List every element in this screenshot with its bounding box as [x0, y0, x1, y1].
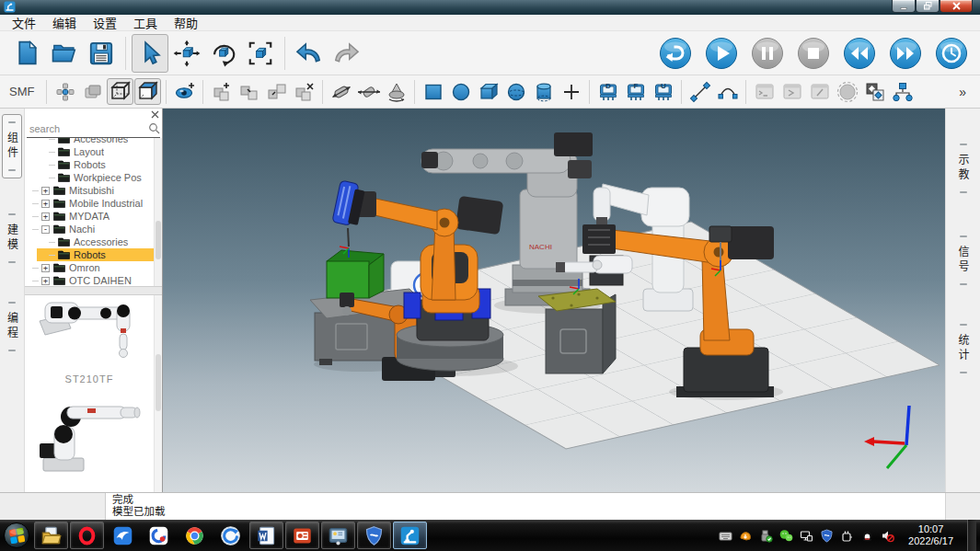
panel-splitter[interactable]	[25, 286, 162, 295]
tree-item[interactable]: +MYDATA	[25, 210, 154, 223]
tray-shield-icon[interactable]	[819, 528, 834, 543]
tree-expander[interactable]: +	[41, 264, 50, 272]
attach-component-button[interactable]	[236, 78, 262, 105]
taskbar-security-shield[interactable]	[357, 522, 391, 549]
minimize-button[interactable]	[892, 0, 916, 13]
scrollbar-thumb[interactable]	[156, 354, 161, 411]
usb-device-icon[interactable]	[758, 528, 773, 543]
sphere-primitive-button[interactable]	[502, 78, 529, 105]
network-display-icon[interactable]	[799, 528, 813, 543]
wireframe-view-button[interactable]	[107, 78, 133, 105]
tree-item[interactable]: -Nachi	[25, 223, 154, 235]
tree-item[interactable]: Robots	[25, 158, 154, 171]
tree-item[interactable]: Accessories	[25, 235, 154, 248]
hierarchy-tree-button[interactable]	[889, 78, 916, 105]
taskbar-thunder[interactable]	[106, 522, 140, 549]
menu-settings[interactable]: 设置	[85, 13, 125, 32]
stop-button[interactable]	[796, 36, 831, 71]
arc-tool-button[interactable]	[714, 78, 741, 105]
add-primitive-button[interactable]	[558, 78, 584, 105]
taskbar-display-tool[interactable]	[321, 522, 355, 549]
open-file-button[interactable]	[46, 34, 83, 73]
qq-icon[interactable]	[859, 528, 874, 543]
tree-expander[interactable]: +	[41, 187, 50, 195]
chip-f-button[interactable]: F	[622, 78, 649, 105]
plane-primitive-button[interactable]	[420, 78, 446, 105]
taskbar-word[interactable]	[249, 522, 283, 549]
robot-configuration-button[interactable]	[52, 78, 78, 105]
play-button[interactable]	[704, 36, 739, 71]
robot-model-thumbnail[interactable]	[32, 295, 146, 369]
start-button[interactable]	[4, 522, 29, 548]
circle-primitive-button[interactable]	[447, 78, 474, 105]
tree-item-selected[interactable]: Robots	[25, 248, 154, 261]
taskbar-browser-swirl[interactable]	[213, 522, 248, 549]
add-component-button[interactable]	[208, 78, 235, 105]
menu-help[interactable]: 帮助	[166, 13, 206, 32]
tab-components[interactable]: 组件	[2, 114, 22, 178]
taskbar-presentation[interactable]	[285, 522, 319, 549]
tree-expander[interactable]: +	[41, 200, 50, 208]
save-button[interactable]	[83, 34, 120, 73]
move-tool-button[interactable]	[168, 34, 205, 73]
wechat-icon[interactable]	[778, 528, 793, 543]
tree-scrollbar[interactable]	[154, 138, 162, 286]
linear-joint-button[interactable]	[328, 78, 354, 105]
chip-d-button[interactable]: D	[594, 78, 621, 105]
console-prompt-button[interactable]	[751, 78, 778, 105]
taskbar-clock[interactable]: 10:07 2022/6/17	[900, 523, 962, 547]
box-primitive-button[interactable]	[475, 78, 502, 105]
trace-circle-button[interactable]	[834, 78, 860, 105]
robot-model-thumbnail[interactable]	[32, 392, 146, 479]
rotate-tool-button[interactable]	[205, 34, 242, 73]
download-manager-icon[interactable]	[738, 528, 753, 543]
taskbar-opera[interactable]	[70, 522, 104, 549]
tree-item[interactable]: +Mobile Industrial	[25, 197, 154, 210]
menu-edit[interactable]: 编辑	[44, 13, 85, 32]
rewind-button[interactable]	[842, 36, 877, 71]
tab-programming[interactable]: 编程	[2, 294, 22, 359]
fast-forward-button[interactable]	[888, 36, 923, 71]
tree-item[interactable]: Accessories	[25, 138, 154, 145]
visibility-add-button[interactable]	[171, 78, 198, 105]
swap-frames-button[interactable]	[861, 78, 888, 105]
rotary-joint-button[interactable]	[383, 78, 409, 105]
close-button[interactable]	[940, 0, 973, 13]
menu-tools[interactable]: 工具	[125, 13, 166, 32]
tree-expander[interactable]: -	[41, 225, 50, 234]
pause-button[interactable]	[750, 36, 785, 71]
console-run-button[interactable]	[778, 78, 805, 105]
tree-item[interactable]: +Mitsubishi	[25, 184, 154, 197]
shaded-view-button[interactable]	[134, 78, 161, 105]
line-tool-button[interactable]	[686, 78, 713, 105]
tree-expander[interactable]: +	[41, 277, 50, 285]
tree-item[interactable]: +OTC DAIHEN	[25, 274, 154, 286]
menu-file[interactable]: 文件	[4, 13, 44, 32]
panel-close-button[interactable]	[150, 109, 160, 120]
detach-component-button[interactable]	[263, 78, 290, 105]
redo-button[interactable]	[328, 34, 364, 73]
show-desktop-button[interactable]	[967, 520, 976, 551]
simulation-time-button[interactable]	[934, 36, 969, 71]
scrollbar-thumb[interactable]	[156, 221, 161, 259]
zoom-extents-button[interactable]	[242, 34, 279, 73]
tree-item[interactable]: +Omron	[25, 261, 154, 274]
tab-teach[interactable]: 示教	[953, 136, 974, 201]
tree-item[interactable]: Layout	[25, 145, 154, 158]
taskbar-baidu-netdisk[interactable]	[142, 522, 176, 549]
input-keyboard-icon[interactable]	[718, 528, 732, 543]
tab-signals[interactable]: 信号	[953, 228, 974, 293]
power-plug-icon[interactable]	[839, 528, 854, 543]
taskbar-chrome[interactable]	[178, 522, 212, 549]
viewport-3d-scene[interactable]: NACHI	[163, 109, 945, 492]
restore-button[interactable]	[916, 0, 940, 13]
delete-component-button[interactable]	[291, 78, 317, 105]
search-input[interactable]	[27, 123, 148, 134]
tree-expander[interactable]: +	[41, 212, 50, 221]
tab-modeling[interactable]: 建模	[2, 206, 22, 270]
new-file-button[interactable]	[9, 34, 46, 73]
console-script-button[interactable]	[806, 78, 833, 105]
tree-item[interactable]: Workpiece Pos	[25, 171, 154, 184]
toolbar-overflow-button[interactable]: »	[955, 85, 974, 99]
volume-muted-icon[interactable]	[880, 528, 894, 543]
